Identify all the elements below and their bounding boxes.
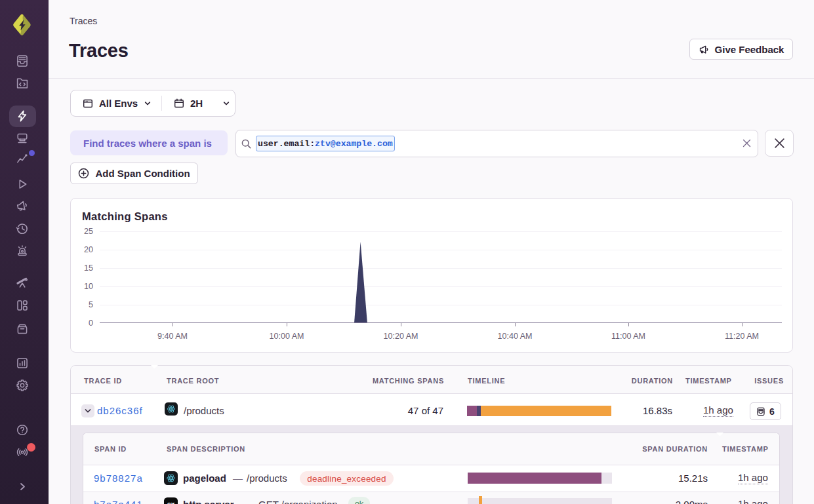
svg-text:ex: ex [167,500,175,504]
